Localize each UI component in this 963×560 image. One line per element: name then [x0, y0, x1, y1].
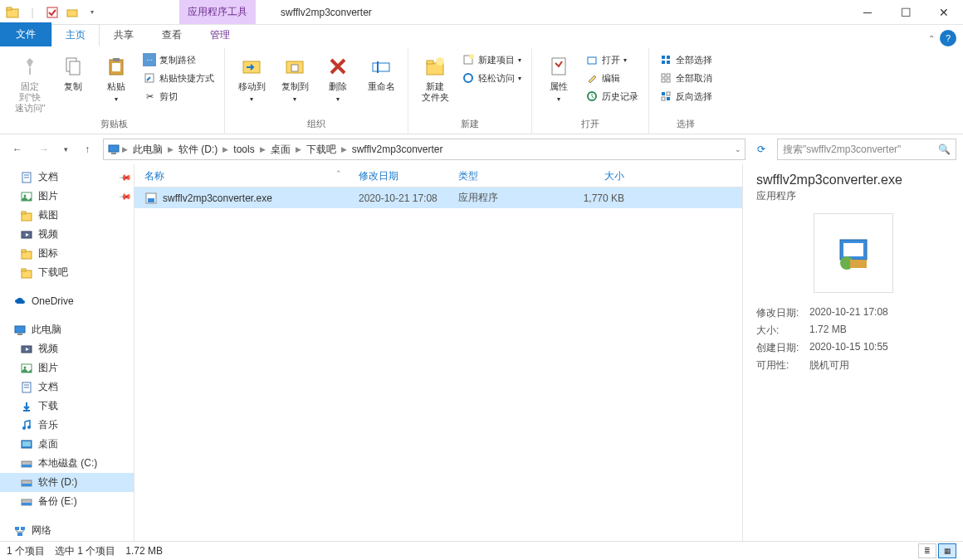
easy-access-icon [462, 71, 475, 85]
svg-rect-13 [291, 65, 298, 71]
ribbon: 固定到"快 速访问" 复制 粘贴▾ ⋯复制路径 粘贴快捷方式 ✂剪切 剪贴板 移… [0, 46, 963, 134]
divider: | [23, 3, 42, 22]
sidebar-item[interactable]: 文档📌 [0, 168, 134, 187]
sidebar-item-label: 图片 [38, 189, 58, 203]
onedrive-icon [13, 295, 27, 308]
sidebar-item[interactable]: 下载吧 [0, 263, 134, 282]
sidebar-item-label: 图片 [38, 361, 58, 375]
cut-button[interactable]: ✂剪切 [139, 88, 218, 105]
sidebar-item-label: 图标 [38, 246, 58, 261]
paste-shortcut-button[interactable]: 粘贴快捷方式 [139, 70, 218, 86]
sidebar-item[interactable]: 此电脑 [0, 320, 134, 339]
folder-icon[interactable] [3, 3, 22, 22]
back-button[interactable]: ← [7, 139, 28, 160]
easy-access-button[interactable]: 轻松访问 ▾ [458, 70, 525, 86]
folder-small-icon[interactable] [63, 3, 81, 22]
crumb-item[interactable]: 桌面 [267, 143, 294, 157]
folder-icon [20, 247, 33, 261]
chevron-right-icon[interactable]: ▶ [296, 145, 301, 153]
sidebar-item[interactable]: 图片📌 [0, 187, 134, 206]
tab-file[interactable]: 文件 [0, 22, 51, 46]
ribbon-tabs: 文件 主页 共享 查看 管理 ⌃ ? [0, 25, 963, 46]
chevron-right-icon[interactable]: ▶ [341, 145, 347, 153]
help-icon[interactable]: ? [940, 30, 956, 46]
minimize-button[interactable]: ─ [848, 0, 887, 25]
search-input[interactable]: 搜索"swfflv2mp3converter" 🔍 [777, 139, 956, 160]
history-button[interactable]: 历史记录 [582, 88, 642, 105]
sidebar-item[interactable]: 网络 [0, 521, 134, 540]
copy-to-button[interactable]: 复制到▾ [275, 51, 315, 116]
sidebar-item[interactable]: 视频 [0, 339, 134, 358]
recent-dropdown[interactable]: ▾ [60, 139, 71, 160]
forward-button[interactable]: → [33, 139, 55, 160]
chevron-right-icon[interactable]: ▶ [168, 145, 174, 153]
refresh-button[interactable]: ⟳ [750, 139, 772, 160]
invert-selection-button[interactable]: 反向选择 [656, 88, 716, 105]
sidebar-item[interactable]: 图标 [0, 244, 134, 263]
svg-rect-9 [112, 63, 120, 71]
properties-button[interactable]: 属性▾ [539, 51, 579, 116]
sidebar-item[interactable]: 备份 (E:) [0, 492, 134, 511]
copy-path-button[interactable]: ⋯复制路径 [139, 51, 218, 68]
copy-button[interactable]: 复制 [53, 51, 93, 116]
sidebar-item[interactable]: 软件 (D:) [0, 473, 134, 492]
details-row: 可用性:脱机可用 [756, 357, 950, 374]
select-none-button[interactable]: 全部取消 [656, 70, 716, 86]
sidebar-item[interactable]: 图片 [0, 358, 134, 377]
up-button[interactable]: ↑ [76, 139, 98, 160]
sidebar-item[interactable]: 桌面 [0, 435, 134, 454]
chevron-right-icon[interactable]: ▶ [260, 145, 266, 153]
column-headers[interactable]: 名称⌃ 修改日期 类型 大小 [134, 164, 742, 187]
maximize-button[interactable]: ☐ [887, 0, 925, 25]
svg-rect-67 [22, 484, 32, 486]
tab-view[interactable]: 查看 [148, 24, 196, 46]
close-button[interactable]: ✕ [925, 0, 963, 25]
sidebar-item[interactable]: 文档 [0, 377, 134, 397]
sidebar-item[interactable]: 视频 [0, 225, 134, 244]
chevron-right-icon[interactable]: ▶ [122, 145, 128, 153]
sidebar-item-label: 软件 (D:) [38, 475, 77, 489]
sidebar-item[interactable]: 音乐 [0, 416, 134, 435]
crumb-item[interactable]: 下载吧 [303, 143, 340, 157]
crumb-item[interactable]: 软件 (D:) [175, 143, 221, 157]
qat-dropdown[interactable]: ▾ [83, 3, 101, 22]
sidebar-item[interactable]: 本地磁盘 (C:) [0, 454, 134, 473]
new-item-button[interactable]: 新建项目 ▾ [458, 51, 525, 68]
table-row[interactable]: swfflv2mp3converter.exe 2020-10-21 17:08… [134, 187, 742, 208]
edit-button[interactable]: 编辑 [582, 70, 642, 86]
delete-button[interactable]: 删除▾ [318, 51, 358, 116]
tab-home[interactable]: 主页 [51, 24, 100, 46]
sidebar-item[interactable]: OneDrive [0, 292, 134, 310]
chevron-right-icon[interactable]: ▶ [222, 145, 228, 153]
tab-share[interactable]: 共享 [100, 24, 148, 46]
view-icons-button[interactable]: ▦ [938, 543, 956, 558]
pin-to-quick-access-button[interactable]: 固定到"快 速访问" [10, 51, 50, 116]
svg-rect-48 [22, 250, 26, 252]
select-none-icon [659, 71, 672, 85]
search-icon[interactable]: 🔍 [938, 144, 951, 155]
sidebar-item[interactable]: 截图 [0, 206, 134, 225]
select-all-button[interactable]: 全部选择 [656, 51, 716, 68]
crumb-item[interactable]: tools [230, 144, 257, 155]
open-button[interactable]: 打开 ▾ [582, 51, 642, 68]
crumb-item[interactable]: swfflv2mp3converter [349, 144, 447, 155]
svg-point-60 [22, 426, 26, 430]
pic-icon [20, 362, 33, 375]
checkbox-icon[interactable] [43, 3, 61, 22]
window-title: swfflv2mp3converter [281, 7, 372, 18]
crumb-item[interactable]: 此电脑 [130, 143, 166, 157]
crumb-dropdown[interactable]: ⌄ [735, 145, 741, 153]
sidebar-item[interactable]: 下载 [0, 397, 134, 416]
svg-rect-45 [22, 212, 26, 214]
paste-button[interactable]: 粘贴▾ [96, 51, 136, 116]
rename-button[interactable]: 重命名 [361, 51, 401, 116]
chevron-up-icon[interactable]: ⌃ [928, 34, 935, 43]
tab-manage[interactable]: 管理 [196, 24, 244, 46]
sidebar-item-label: 视频 [38, 342, 58, 356]
new-folder-button[interactable]: 新建 文件夹 [415, 51, 455, 116]
view-details-button[interactable]: ≣ [918, 543, 936, 558]
details-pane: swfflv2mp3converter.exe 应用程序 修改日期:2020-1… [742, 164, 963, 541]
details-row: 创建日期:2020-10-15 10:55 [756, 339, 950, 357]
move-to-button[interactable]: 移动到▾ [232, 51, 271, 116]
breadcrumb[interactable]: ▶ 此电脑▶ 软件 (D:)▶ tools▶ 桌面▶ 下载吧▶ swfflv2m… [103, 139, 745, 160]
